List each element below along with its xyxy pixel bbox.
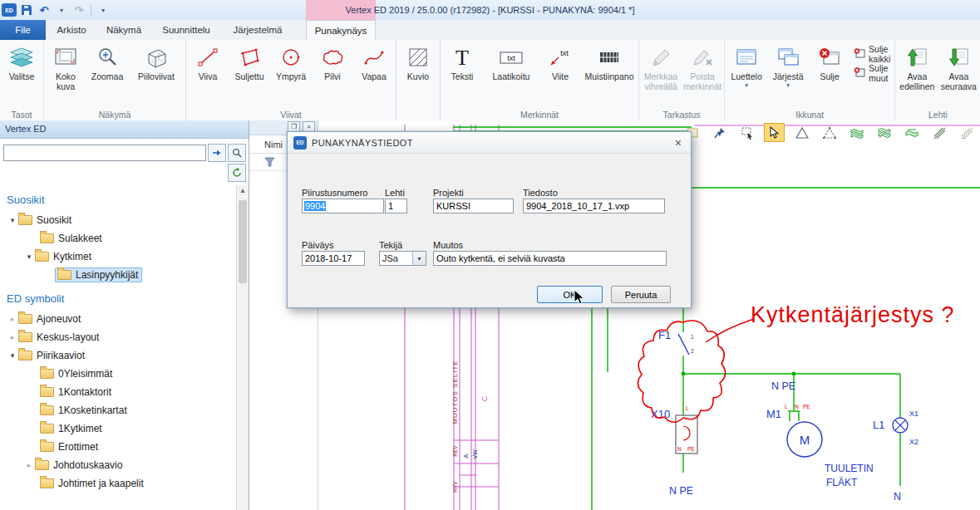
laatikoitu-button[interactable]: txt Laatikoitu <box>483 41 539 82</box>
tab-suunnittelu[interactable]: Suunnittelu <box>150 20 222 40</box>
chevron-collapsed-icon[interactable]: ▸ <box>23 461 35 469</box>
tree-item-ajoneuvot[interactable]: ▸ Ajoneuvot <box>0 310 238 328</box>
pin-icon[interactable] <box>709 123 730 142</box>
cancel-button[interactable]: Peruuta <box>611 286 671 303</box>
sheets3-icon[interactable] <box>901 123 922 142</box>
luettelo-button[interactable]: Luettelo ▾ <box>726 41 767 88</box>
kuvio-button[interactable]: Kuvio <box>397 41 439 82</box>
triangle-dashed-icon[interactable] <box>819 123 840 142</box>
close-all-icon <box>854 48 865 60</box>
search-icon[interactable] <box>228 144 246 162</box>
zoomaa-button[interactable]: Zoomaa <box>86 41 128 82</box>
lehti-label: Lehti <box>385 188 405 198</box>
tab-arkisto[interactable]: Arkisto <box>46 20 97 40</box>
search-go-icon[interactable] <box>208 144 226 162</box>
teksti-button[interactable]: T Teksti <box>441 41 483 82</box>
sheets-icon[interactable] <box>846 123 867 142</box>
app-logo-icon[interactable]: ED <box>2 3 17 17</box>
tree-item-1kontaktorit[interactable]: 1Kontaktorit <box>0 383 238 401</box>
valitse-button[interactable]: Valitse <box>1 41 42 82</box>
select-area-icon[interactable] <box>736 123 757 142</box>
muutos-field[interactable] <box>433 251 667 266</box>
piiloviivat-button[interactable]: Piiloviivat <box>128 41 185 82</box>
chevron-expanded-icon[interactable]: ▾ <box>7 351 18 360</box>
koko-kuva-button[interactable]: Koko kuva <box>45 41 86 91</box>
ok-button[interactable]: OK <box>537 286 603 303</box>
freehand-icon <box>362 42 386 72</box>
tree-item-1kosketinkartat[interactable]: 1Kosketinkartat <box>0 401 238 419</box>
chevron-expanded-icon[interactable]: ▾ <box>7 216 18 224</box>
tab-jarjestelma[interactable]: Järjestelmä <box>222 20 293 40</box>
tekija-combobox[interactable]: JSa ▼ <box>379 251 426 266</box>
combo-dropdown-icon[interactable]: ▼ <box>412 252 426 265</box>
save-icon[interactable] <box>19 2 34 18</box>
tree-item-keskus-layout[interactable]: ▸ Keskus-layout <box>0 328 238 346</box>
suljettu-button[interactable]: Suljettu <box>229 41 270 82</box>
dialog-titlebar[interactable]: ED PUNAKYNÄYSTIEDOT × <box>288 132 691 154</box>
undo-dropdown-icon[interactable]: ▾ <box>54 2 69 18</box>
luettelo-dropdown-icon[interactable]: ▾ <box>745 82 748 88</box>
tree-item-johtimet-ja-kaapelit[interactable]: Johtimet ja kaapelit <box>0 474 238 493</box>
avaa-seuraava-button[interactable]: Avaa seuraava <box>938 41 979 91</box>
scroll-up-icon[interactable]: ▲ <box>237 185 249 197</box>
group-label-viivat: Viivat <box>187 109 395 121</box>
sulje-kaikki-button[interactable]: Sulje kaikki <box>854 46 890 62</box>
hatch-diagonal2-icon[interactable] <box>956 123 977 142</box>
tree-item-piirikaaviot[interactable]: ▾ Piirikaaviot <box>0 346 238 365</box>
paivays-field[interactable] <box>302 251 365 266</box>
svg-text:PE: PE <box>687 446 695 452</box>
customize-icon[interactable]: ▾ <box>96 2 111 18</box>
tab-nakyma[interactable]: Näkymä <box>97 20 150 40</box>
selected-tree-item[interactable]: Lasinpyyhkijät <box>55 267 142 282</box>
avaa-edellinen-button[interactable]: Avaa edellinen <box>896 41 938 91</box>
tree-item-suosikit[interactable]: ▾ Suosikit <box>0 211 238 229</box>
chevron-expanded-icon[interactable]: ▾ <box>23 253 35 261</box>
sulje-muut-button[interactable]: Sulje muut <box>854 65 890 81</box>
tree-item-erottimet[interactable]: Erottimet <box>0 438 238 456</box>
sheets2-icon[interactable] <box>874 123 894 142</box>
tree-scrollbar[interactable]: ▲ <box>236 185 249 510</box>
tab-punakynays[interactable]: Punakynäys <box>306 20 376 40</box>
tree-item-sulakkeet[interactable]: Sulakkeet <box>0 229 238 248</box>
sulje-button[interactable]: Sulje <box>809 41 850 82</box>
hidden-lines-icon <box>145 42 168 72</box>
tree-item-0yleisimmat[interactable]: 0Yleisimmät <box>0 365 238 383</box>
svg-text:PE: PE <box>803 404 810 409</box>
tree-item-lasinpyyhkijat[interactable]: Lasinpyyhkijät <box>0 266 238 284</box>
svg-text:VW: VW <box>472 449 478 459</box>
tiedosto-field[interactable] <box>523 199 665 213</box>
chevron-collapsed-icon[interactable]: ▸ <box>7 315 18 323</box>
folder-icon <box>40 442 54 452</box>
tree-item-kytkimet[interactable]: ▾ Kytkimet <box>0 248 238 266</box>
undo-icon[interactable]: ↶ <box>37 2 52 18</box>
triangle-icon[interactable] <box>791 123 812 142</box>
tree-item-johdotuskaavio[interactable]: ▸ Johdotuskaavio <box>0 456 238 474</box>
pilvi-button[interactable]: Pilvi <box>312 41 353 82</box>
hatch-diagonal-icon[interactable] <box>928 123 949 142</box>
lehti-field[interactable] <box>385 199 407 213</box>
muistiinpano-button[interactable]: Muistiinpano <box>581 41 638 82</box>
piirustusnumero-field[interactable]: 9904 <box>302 199 384 213</box>
group-label-merkinnat: Merkinnät <box>441 109 638 121</box>
ribbon: Valitse Tasot Koko kuva Zoomaa <box>0 40 980 121</box>
cursor-icon[interactable] <box>764 123 785 142</box>
jarjesta-dropdown-icon[interactable]: ▾ <box>786 82 790 88</box>
scroll-thumb[interactable] <box>239 200 247 283</box>
projekti-field[interactable] <box>433 199 514 213</box>
boxed-text-icon: txt <box>498 42 524 72</box>
folder-icon <box>57 270 71 280</box>
jarjesta-button[interactable]: Järjestä ▾ <box>767 41 809 88</box>
chevron-collapsed-icon[interactable]: ▸ <box>7 333 18 341</box>
annotation-text: Kytkentäjärjestys ? <box>751 302 955 327</box>
vapaa-button[interactable]: Vapaa <box>353 41 395 82</box>
viiva-button[interactable]: Viiva <box>187 41 229 82</box>
viite-button[interactable]: txt Viite <box>539 41 581 82</box>
search-input[interactable] <box>3 145 206 161</box>
ympyra-button[interactable]: Ympyrä <box>270 41 312 82</box>
tree-item-1kytkimet[interactable]: 1Kytkimet <box>0 419 238 438</box>
drawing-canvas[interactable]: 1 2 L N PE M L N PE F1 X10 M1 <box>249 120 980 510</box>
dialog-close-icon[interactable]: × <box>672 136 685 150</box>
ribbon-group-tarkastus: Merkkaa vihreällä Poista merkinnät Tarka… <box>639 40 725 121</box>
refresh-icon[interactable] <box>228 164 246 182</box>
tab-file[interactable]: File <box>0 20 46 40</box>
